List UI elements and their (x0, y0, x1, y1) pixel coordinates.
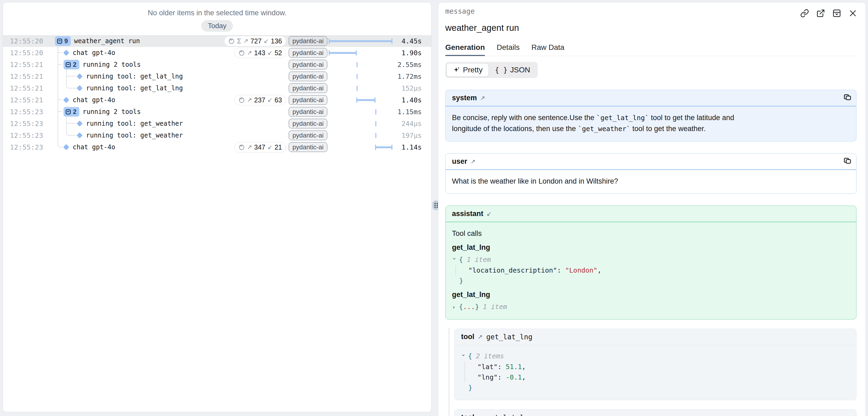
span-duration: 197µs (392, 132, 422, 139)
tag-column: pydantic-ai (291, 36, 325, 46)
row-main: chat gpt-4o (53, 141, 232, 153)
user-message-panel: user↗What is the weather like in London … (445, 153, 857, 194)
instrumentation-tag: pydantic-ai (289, 83, 327, 93)
trace-row[interactable]: 12:55:21running tool: get_lat_lngpydanti… (3, 82, 431, 94)
span-duration: 152µs (392, 85, 422, 92)
duration-tick (375, 133, 376, 138)
row-timestamp: 12:55:20 (3, 37, 53, 45)
json-tree: ›{...}1 item (452, 301, 850, 312)
copy-icon[interactable] (843, 157, 851, 166)
span-name: running tool: get_lat_lng (86, 85, 183, 92)
instrumentation-tag: pydantic-ai (289, 36, 327, 46)
json-close-line: } (461, 383, 850, 393)
role-label: system (452, 94, 477, 102)
span-duration: 1.14s (392, 143, 422, 151)
collapse-minus-icon (66, 62, 71, 67)
span-child-count: 2 (73, 108, 76, 116)
role-label: assistant (452, 210, 483, 218)
duration-tick (356, 86, 358, 91)
token-coin-icon (238, 144, 245, 151)
json-value: -0.1 (505, 373, 522, 381)
span-name: chat gpt-4o (73, 49, 115, 57)
json-tree: ›{1 item"location_description": "London"… (452, 254, 850, 286)
tab-generation[interactable]: Generation (445, 43, 485, 56)
panel-splitter[interactable] (432, 0, 438, 416)
trace-row[interactable]: 12:55:23chat gpt-4o↗347↙21pydantic-ai1.1… (3, 141, 431, 153)
close-icon[interactable] (848, 8, 858, 18)
duration-bar-track (329, 47, 392, 59)
today-button[interactable]: Today (201, 20, 233, 32)
json-view-button[interactable]: { }JSON (489, 63, 536, 77)
json-open-line: ›{2 items (461, 351, 850, 361)
direction-arrow-icon: ↙ (487, 211, 491, 217)
span-name: running tool: get_lat_lng (86, 73, 183, 80)
token-coin-icon (238, 97, 245, 103)
trace-row[interactable]: 12:55:232running 2 toolspydantic-ai1.15m… (3, 106, 431, 118)
trace-row[interactable]: 12:55:20chat gpt-4o↗143↙52pydantic-ai1.9… (3, 47, 431, 59)
span-child-count: 2 (73, 61, 76, 68)
input-tokens: 143 (254, 49, 266, 57)
row-timestamp: 12:55:23 (3, 132, 53, 139)
tab-raw-data[interactable]: Raw Data (531, 43, 564, 56)
row-main: running tool: get_lat_lng (53, 70, 232, 82)
duration-bar-track (329, 129, 392, 141)
collapse-toggle-icon[interactable]: › (449, 257, 460, 264)
collapse-toggle-icon[interactable]: › (458, 354, 469, 360)
instrumentation-tag: pydantic-ai (289, 119, 327, 128)
output-tokens-arrow-icon: ↙ (268, 96, 272, 103)
trace-row[interactable]: 12:55:209weather_agent runΣ↗727↙136pydan… (3, 35, 431, 47)
json-entries: "lat": 51.1,"lng": -0.1, (465, 361, 850, 383)
assistant-message-panel: assistant↙Tool callsget_lat_lng›{1 item"… (445, 205, 857, 320)
link-icon[interactable] (800, 8, 809, 18)
span-diamond-icon (76, 73, 83, 79)
tag-column: pydantic-ai (291, 95, 325, 105)
trace-row[interactable]: 12:55:23running tool: get_weatherpydanti… (3, 118, 431, 129)
instrumentation-tag: pydantic-ai (289, 60, 327, 69)
instrumentation-tag: pydantic-ai (289, 107, 327, 117)
span-diamond-icon (63, 144, 69, 150)
copy-icon[interactable] (843, 94, 851, 102)
json-value: "London" (565, 266, 597, 274)
span-diamond-icon (76, 132, 83, 138)
tool-message-panel: tool↗get_lat_lng›{2 items"lat": 51.1,"ln… (454, 329, 857, 400)
input-tokens: 347 (254, 143, 266, 151)
trace-row[interactable]: 12:55:212running 2 toolspydantic-ai2.55m… (3, 59, 431, 70)
span-name: running 2 tools (83, 108, 141, 116)
role-label: tool (461, 333, 474, 341)
tag-column: pydantic-ai (291, 119, 325, 128)
json-value: 51.1 (505, 363, 522, 371)
collapse-span-badge[interactable]: 2 (64, 107, 79, 117)
token-count-column: ↗237↙63 (232, 95, 286, 105)
dock-panel-icon[interactable] (832, 8, 841, 18)
duration-bar (329, 40, 392, 42)
row-main: 9weather_agent run (53, 35, 232, 47)
row-main: running tool: get_weather (53, 118, 232, 129)
expand-toggle-icon[interactable]: › (452, 302, 459, 312)
json-entries: "location_description": "London", (456, 265, 850, 276)
json-entry: "lat": 51.1, (477, 361, 850, 372)
trace-row[interactable]: 12:55:21running tool: get_lat_lngpydanti… (3, 70, 431, 82)
trace-row[interactable]: 12:55:23running tool: get_weatherpydanti… (3, 129, 431, 141)
row-timestamp: 12:55:20 (3, 49, 53, 57)
span-name: running tool: get_weather (86, 132, 183, 139)
trace-row[interactable]: 12:55:21chat gpt-4o↗237↙63pydantic-ai1.4… (3, 94, 431, 106)
span-duration: 1.40s (392, 96, 422, 104)
json-entry: "location_description": "London", (468, 265, 850, 276)
row-timestamp: 12:55:23 (3, 108, 53, 116)
collapse-minus-icon (57, 39, 62, 44)
open-in-new-icon[interactable] (816, 8, 826, 18)
view-toggle-label: JSON (510, 66, 530, 74)
collapse-span-badge[interactable]: 2 (64, 60, 79, 69)
duration-bar-track (329, 94, 392, 106)
token-coin-icon (238, 50, 245, 56)
tab-details[interactable]: Details (497, 43, 520, 56)
span-diamond-icon (63, 97, 69, 103)
span-duration: 1.72ms (392, 73, 422, 81)
input-tokens-arrow-icon: ↗ (247, 49, 252, 56)
duration-bar-track (329, 59, 392, 70)
collapse-span-badge[interactable]: 9 (55, 36, 71, 46)
pretty-view-button[interactable]: Pretty (446, 63, 489, 77)
row-timestamp: 12:55:21 (3, 96, 53, 104)
span-diamond-icon (76, 120, 83, 127)
direction-arrow-icon: ↗ (480, 95, 485, 102)
